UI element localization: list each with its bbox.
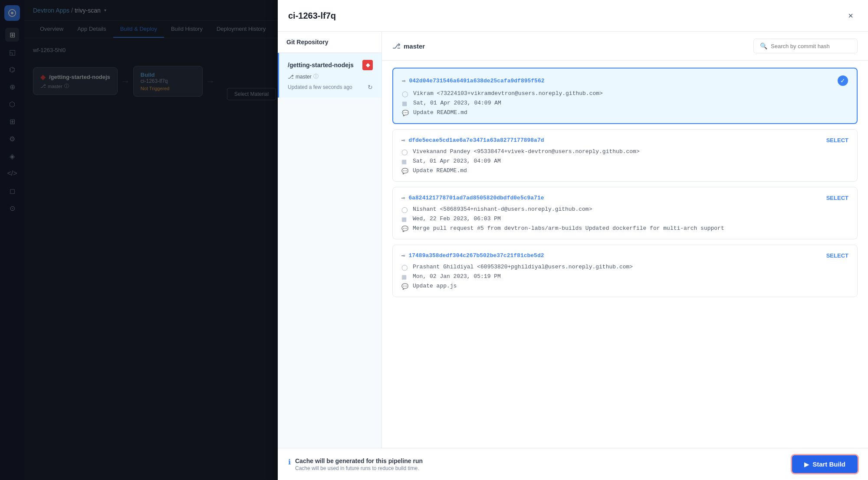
left-panel-header: Git Repository bbox=[278, 32, 381, 53]
search-input[interactable] bbox=[771, 43, 851, 49]
author-icon-3: ◯ bbox=[401, 264, 408, 271]
repo-branch: ⎇ master ⓘ bbox=[288, 73, 373, 80]
commit-message-row-0: 💬 Update README.md bbox=[402, 109, 848, 116]
right-panel: ⎇ master 🔍 ⊸ 042d04e731546a6491a638de25c… bbox=[382, 32, 868, 448]
modal-title: ci-1263-lf7q bbox=[288, 11, 336, 21]
commit-message-row-3: 💬 Update app.js bbox=[401, 283, 848, 290]
close-button[interactable]: × bbox=[844, 9, 858, 23]
commit-hash-row-0: ⊸ 042d04e731546a6491a638de25cafa9df895f5… bbox=[402, 75, 848, 86]
commit-date-1: Sat, 01 Apr 2023, 04:09 AM bbox=[413, 158, 501, 164]
author-icon-2: ◯ bbox=[401, 206, 408, 213]
repo-item[interactable]: /getting-started-nodejs ◆ ⎇ master ⓘ Upd… bbox=[278, 53, 381, 98]
info-icon: ℹ bbox=[288, 458, 291, 466]
commit-meta-0: ◯ Vikram <73224103+vikramdevtron@users.n… bbox=[402, 90, 848, 116]
search-icon: 🔍 bbox=[760, 42, 767, 49]
commit-author-0: Vikram <73224103+vikramdevtron@users.nor… bbox=[413, 90, 603, 97]
message-icon-0: 💬 bbox=[402, 110, 409, 116]
modal: ci-1263-lf7q × Git Repository /getting-s… bbox=[278, 0, 868, 480]
calendar-icon-2: ▦ bbox=[401, 216, 408, 222]
commit-card-3[interactable]: ⊸ 17489a358dedf304c267b502be37c21f81cbe5… bbox=[392, 245, 858, 297]
author-icon-0: ◯ bbox=[402, 91, 409, 97]
start-build-button[interactable]: ▶ Start Build bbox=[792, 455, 858, 473]
commit-author-3: Prashant Ghildiyal <60953820+pghildiyal@… bbox=[413, 264, 633, 270]
commit-date-2: Wed, 22 Feb 2023, 06:03 PM bbox=[413, 216, 501, 222]
commit-card-2[interactable]: ⊸ 6a824121778701ad7ad8505820dbdfd0e5c9a7… bbox=[392, 187, 858, 239]
message-icon-2: 💬 bbox=[401, 225, 408, 232]
refresh-icon[interactable]: ↻ bbox=[368, 84, 373, 91]
commit-hash-row-3: ⊸ 17489a358dedf304c267b502be37c21f81cbe5… bbox=[401, 252, 848, 259]
repo-badge: ◆ bbox=[362, 60, 373, 70]
select-button-2[interactable]: SELECT bbox=[826, 195, 848, 201]
git-commit-icon-1: ⊸ bbox=[401, 137, 405, 144]
cache-sub: Cache will be used in future runs to red… bbox=[295, 465, 423, 471]
branch-name: master bbox=[404, 42, 425, 50]
commit-hash-2: ⊸ 6a824121778701ad7ad8505820dbdfd0e5c9a7… bbox=[401, 194, 544, 202]
commit-author-1: Vivekanand Pandey <95338474+vivek-devtro… bbox=[413, 148, 640, 155]
left-panel: Git Repository /getting-started-nodejs ◆… bbox=[278, 32, 382, 448]
branch-selector: ⎇ master bbox=[392, 42, 425, 50]
commit-hash-3: ⊸ 17489a358dedf304c267b502be37c21f81cbe5… bbox=[401, 252, 544, 259]
commit-message-row-2: 💬 Merge pull request #5 from devtron-lab… bbox=[401, 225, 848, 232]
repo-item-name: /getting-started-nodejs ◆ bbox=[288, 60, 373, 70]
commit-date-row-0: ▦ Sat, 01 Apr 2023, 04:09 AM bbox=[402, 100, 848, 107]
commit-message-0: Update README.md bbox=[413, 109, 467, 116]
commit-date-3: Mon, 02 Jan 2023, 05:19 PM bbox=[413, 273, 501, 280]
modal-footer: ℹ Cache will be generated for this pipel… bbox=[278, 448, 868, 480]
play-icon: ▶ bbox=[804, 461, 809, 468]
commits-list: ⊸ 042d04e731546a6491a638de25cafa9df895f5… bbox=[382, 61, 868, 448]
message-icon-3: 💬 bbox=[401, 283, 408, 290]
commit-author-row-2: ◯ Nishant <58689354+nishant-d@users.nore… bbox=[401, 206, 848, 213]
commit-message-1: Update README.md bbox=[413, 167, 467, 174]
search-box: 🔍 bbox=[753, 39, 858, 53]
modal-header: ci-1263-lf7q × bbox=[278, 0, 868, 32]
commit-message-2: Merge pull request #5 from devtron-labs/… bbox=[413, 225, 724, 232]
commit-message-row-1: 💬 Update README.md bbox=[401, 167, 848, 174]
calendar-icon-0: ▦ bbox=[402, 100, 409, 107]
commit-hash-row-2: ⊸ 6a824121778701ad7ad8505820dbdfd0e5c9a7… bbox=[401, 194, 848, 202]
commit-author-row-3: ◯ Prashant Ghildiyal <60953820+pghildiya… bbox=[401, 264, 848, 271]
commit-meta-2: ◯ Nishant <58689354+nishant-d@users.nore… bbox=[401, 206, 848, 232]
author-icon-1: ◯ bbox=[401, 149, 408, 155]
commit-date-0: Sat, 01 Apr 2023, 04:09 AM bbox=[413, 100, 501, 106]
commit-date-row-2: ▦ Wed, 22 Feb 2023, 06:03 PM bbox=[401, 216, 848, 222]
commit-author-row-0: ◯ Vikram <73224103+vikramdevtron@users.n… bbox=[402, 90, 848, 97]
git-commit-icon-3: ⊸ bbox=[401, 252, 405, 259]
git-commit-icon-0: ⊸ bbox=[402, 77, 405, 85]
commit-meta-3: ◯ Prashant Ghildiyal <60953820+pghildiya… bbox=[401, 264, 848, 290]
repo-info-icon: ⓘ bbox=[313, 73, 319, 80]
cache-title: Cache will be generated for this pipelin… bbox=[295, 457, 423, 464]
selected-check-0: ✓ bbox=[838, 75, 848, 86]
modal-body: Git Repository /getting-started-nodejs ◆… bbox=[278, 32, 868, 448]
commit-hash-row-1: ⊸ dfde5ecae5cd1ae6a7e3471a63a8277177898a… bbox=[401, 137, 848, 144]
commit-date-row-1: ▦ Sat, 01 Apr 2023, 04:09 AM bbox=[401, 158, 848, 165]
right-panel-header: ⎇ master 🔍 bbox=[382, 32, 868, 61]
commit-meta-1: ◯ Vivekanand Pandey <95338474+vivek-devt… bbox=[401, 148, 848, 174]
calendar-icon-1: ▦ bbox=[401, 158, 408, 165]
commit-hash-0: ⊸ 042d04e731546a6491a638de25cafa9df895f5… bbox=[402, 77, 545, 85]
start-build-label: Start Build bbox=[812, 460, 845, 468]
repo-updated: Updated a few seconds ago ↻ bbox=[288, 84, 373, 91]
commit-message-3: Update app.js bbox=[413, 283, 457, 289]
branch-selector-icon: ⎇ bbox=[392, 42, 400, 50]
branch-icon: ⎇ bbox=[288, 74, 294, 80]
git-commit-icon-2: ⊸ bbox=[401, 194, 405, 202]
commit-date-row-3: ▦ Mon, 02 Jan 2023, 05:19 PM bbox=[401, 273, 848, 280]
commit-card-1[interactable]: ⊸ dfde5ecae5cd1ae6a7e3471a63a8277177898a… bbox=[392, 129, 858, 182]
cache-text: Cache will be generated for this pipelin… bbox=[295, 457, 423, 471]
message-icon-1: 💬 bbox=[401, 168, 408, 174]
commit-card-0[interactable]: ⊸ 042d04e731546a6491a638de25cafa9df895f5… bbox=[392, 68, 858, 124]
select-button-1[interactable]: SELECT bbox=[826, 137, 848, 144]
calendar-icon-3: ▦ bbox=[401, 274, 408, 280]
commit-author-row-1: ◯ Vivekanand Pandey <95338474+vivek-devt… bbox=[401, 148, 848, 155]
commit-hash-1: ⊸ dfde5ecae5cd1ae6a7e3471a63a8277177898a… bbox=[401, 137, 544, 144]
cache-info: ℹ Cache will be generated for this pipel… bbox=[288, 457, 423, 471]
commit-author-2: Nishant <58689354+nishant-d@users.norepl… bbox=[413, 206, 592, 212]
select-button-3[interactable]: SELECT bbox=[826, 252, 848, 259]
